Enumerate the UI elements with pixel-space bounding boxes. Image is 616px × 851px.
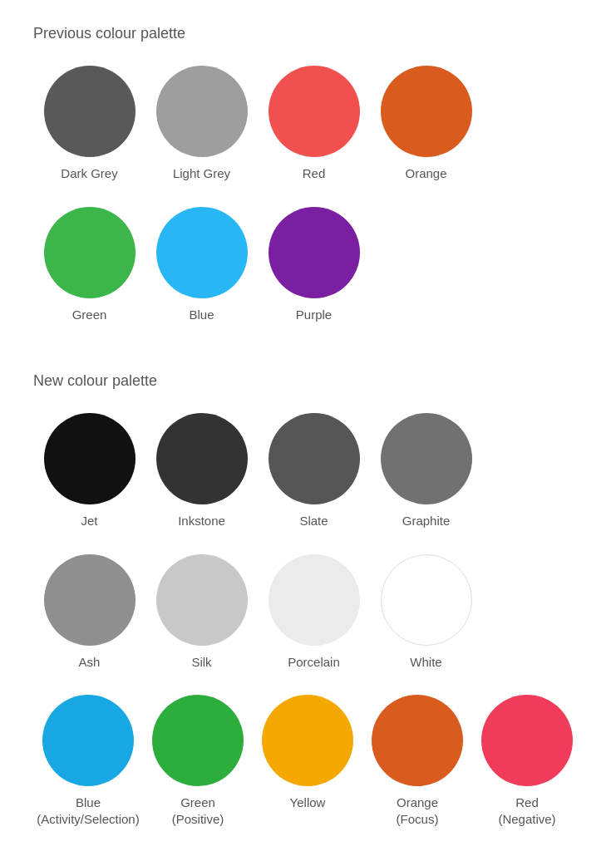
color-label: Dark Grey <box>61 165 117 182</box>
color-circle <box>381 66 472 157</box>
color-label: Inkstone <box>178 513 225 529</box>
color-item: Graphite <box>370 413 482 529</box>
color-item: Red <box>258 66 370 182</box>
color-circle <box>44 413 136 504</box>
color-circle <box>481 695 573 786</box>
color-label: Green (Positive) <box>172 794 224 827</box>
color-circle <box>156 413 248 504</box>
color-label: Ash <box>79 654 101 671</box>
color-circle <box>381 413 472 504</box>
color-label: Red (Negative) <box>498 794 555 827</box>
new-palette-accents-grid: Blue (Activity/Selection)Green (Positive… <box>33 695 583 835</box>
color-circle <box>381 554 472 646</box>
color-label: Blue <box>189 307 214 323</box>
color-label: Graphite <box>402 513 451 529</box>
color-item: Blue (Activity/Selection) <box>33 695 143 827</box>
color-item: Dark Grey <box>33 66 145 182</box>
color-item: Yellow <box>253 695 362 827</box>
color-item: Blue <box>145 207 258 323</box>
color-label: Orange <box>405 165 446 182</box>
color-circle <box>269 207 360 298</box>
color-circle <box>44 207 136 298</box>
color-label: Red <box>303 165 326 182</box>
previous-palette-title: Previous colour palette <box>33 25 583 42</box>
color-item: Orange (Focus) <box>362 695 472 827</box>
color-item: Slate <box>258 413 370 529</box>
new-palette-neutrals-grid: JetInkstoneSlateGraphiteAshSilkPorcelain… <box>33 413 583 678</box>
color-label: Orange (Focus) <box>397 794 439 827</box>
color-circle <box>44 66 136 157</box>
color-circle <box>269 554 360 646</box>
new-palette-title: New colour palette <box>33 372 583 390</box>
color-circle <box>269 413 360 504</box>
color-label: Blue (Activity/Selection) <box>37 794 139 827</box>
color-item: Silk <box>145 554 258 671</box>
color-item: White <box>370 554 482 671</box>
color-circle <box>156 66 248 157</box>
color-circle <box>156 554 248 646</box>
color-label: Purple <box>296 307 332 323</box>
color-circle <box>269 66 360 157</box>
new-palette-section: New colour palette JetInkstoneSlateGraph… <box>33 372 583 835</box>
color-circle <box>262 695 353 786</box>
color-circle <box>152 695 244 786</box>
color-item: Red (Negative) <box>472 695 582 827</box>
color-item: Orange <box>370 66 482 182</box>
color-item: Green <box>33 207 145 323</box>
color-label: Light Grey <box>173 165 230 182</box>
color-item: Inkstone <box>145 413 258 529</box>
color-label: White <box>410 654 441 671</box>
color-label: Green <box>72 307 107 323</box>
color-label: Porcelain <box>288 654 340 671</box>
color-item: Ash <box>33 554 145 671</box>
color-label: Silk <box>191 654 211 671</box>
color-item: Purple <box>258 207 370 323</box>
color-circle <box>156 207 248 298</box>
previous-palette-section: Previous colour palette Dark GreyLight G… <box>33 25 583 331</box>
color-item: Green (Positive) <box>143 695 253 827</box>
color-label: Jet <box>81 513 97 529</box>
color-label: Slate <box>299 513 328 529</box>
color-circle <box>44 554 136 646</box>
color-circle <box>372 695 463 786</box>
color-label: Yellow <box>290 794 326 811</box>
color-item: Porcelain <box>258 554 370 671</box>
color-item: Jet <box>33 413 145 529</box>
previous-palette-grid: Dark GreyLight GreyRedOrangeGreenBluePur… <box>33 66 583 331</box>
color-circle <box>42 695 134 786</box>
color-item: Light Grey <box>145 66 258 182</box>
